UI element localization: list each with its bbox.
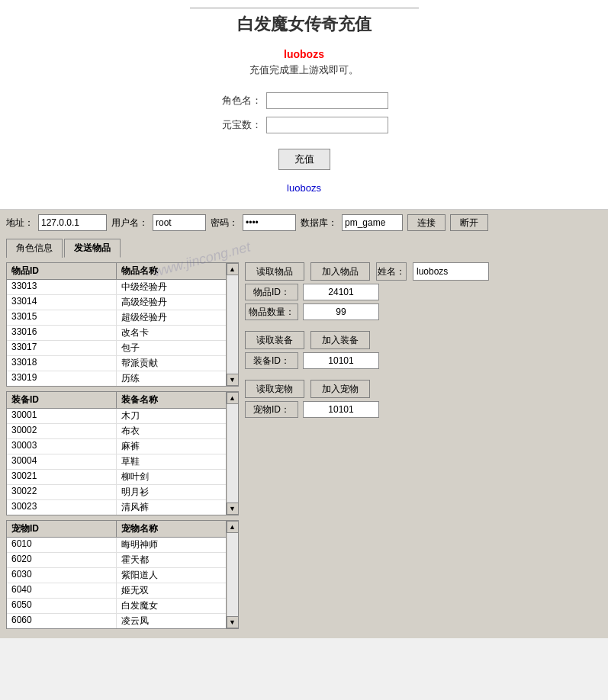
table-row[interactable]: 33015超级经验丹 [7,310,226,326]
read-equip-button[interactable]: 读取装备 [245,331,304,349]
equip-table: 装备ID 装备名称 30001木刀 30002布衣 30003麻裤 30004草… [6,391,239,515]
equip-id-row: 装备ID： [245,352,602,369]
scroll-up-btn[interactable]: ▲ [227,392,239,404]
char-row: 角色名： [0,92,608,109]
scroll-down-btn[interactable]: ▼ [227,616,239,628]
charge-button[interactable]: 充值 [278,149,330,170]
table-row[interactable]: 33016改名卡 [7,326,226,341]
tool-section: 地址： 用户名： 密码： 数据库： 连接 断开 角色信息 发送物品 [0,210,608,638]
disconnect-button[interactable]: 断开 [450,214,488,231]
item-id-row: 物品ID： [245,284,602,300]
scroll-track [227,404,238,503]
equip-action-row: 读取装备 加入装备 [245,331,602,349]
char-label: 角色名： [220,94,262,108]
add-pet-button[interactable]: 加入宠物 [310,380,370,398]
equip-col-id: 装备ID [7,392,117,408]
table-row[interactable]: 6040姬无双 [7,583,226,599]
pet-table-data: 6010晦明神师 6020霍天都 6030紫阳道人 6040姬无双 6050白发… [7,538,226,628]
user-label: 用户名： [111,217,148,230]
top-section: 白发魔女传奇充值 luobozs 充值完成重上游戏即可。 角色名： 元宝数： 充… [0,0,608,210]
add-item-button[interactable]: 加入物品 [310,262,370,281]
pwd-label: 密码： [211,217,238,230]
scroll-up-btn[interactable]: ▲ [227,521,239,533]
equip-id-input[interactable] [303,352,379,369]
yuan-row: 元宝数： [0,117,608,133]
items-col-name: 物品名称 [117,263,226,279]
equip-col-name: 装备名称 [117,392,226,408]
item-qty-row: 物品数量： [245,303,602,320]
table-row[interactable]: 33018帮派贡献 [7,356,226,371]
table-row[interactable]: 33019历练 [7,371,226,386]
table-row[interactable]: 30001木刀 [7,409,226,424]
user-input[interactable] [153,214,206,231]
table-row[interactable]: 30003麻裤 [7,439,226,454]
scroll-track [227,275,238,374]
items-controls: 读取物品 加入物品 姓名： 物品ID： 物品数量： [245,262,602,320]
read-item-button[interactable]: 读取物品 [245,262,304,281]
pet-table: 宠物ID 宠物名称 6010晦明神师 6020霍天都 6030紫阳道人 6040… [6,520,239,629]
table-row[interactable]: 33014高级经验丹 [7,295,226,310]
char-input[interactable] [266,92,388,109]
add-equip-button[interactable]: 加入装备 [310,331,370,349]
items-scrollbar[interactable]: ▲ ▼ [226,263,238,386]
connect-button[interactable]: 连接 [407,214,446,231]
scroll-down-btn[interactable]: ▼ [227,503,239,515]
addr-label: 地址： [6,217,34,230]
item-qty-label: 物品数量： [245,303,298,320]
table-row[interactable]: 6060凌云凤 [7,614,226,628]
read-pet-button[interactable]: 读取宠物 [245,380,304,398]
table-row[interactable]: 33013中级经验丹 [7,280,226,295]
pet-id-input[interactable] [303,401,379,418]
table-row[interactable]: 30022明月衫 [7,485,226,500]
equip-table-section: 装备ID 装备名称 30001木刀 30002布衣 30003麻裤 30004草… [6,391,239,515]
pet-scrollbar[interactable]: ▲ ▼ [226,521,238,628]
items-table-data: 33013中级经验丹 33014高级经验丹 33015超级经验丹 33016改名… [7,280,226,386]
name-label: 姓名： [376,262,407,281]
table-row[interactable]: 6020霍天都 [7,553,226,568]
main-panel: 物品ID 物品名称 33013中级经验丹 33014高级经验丹 33015超级经… [0,258,608,638]
pet-controls: 读取宠物 加入宠物 宠物ID： [245,380,602,418]
yuan-label: 元宝数： [220,118,262,132]
right-area: 读取物品 加入物品 姓名： 物品ID： 物品数量： 读取装备 [245,262,602,634]
pet-col-id: 宠物ID [7,521,117,537]
table-row[interactable]: 6050白发魔女 [7,599,226,614]
scroll-up-btn[interactable]: ▲ [227,263,239,275]
items-table: 物品ID 物品名称 33013中级经验丹 33014高级经验丹 33015超级经… [6,262,239,387]
items-action-row: 读取物品 加入物品 姓名： [245,262,602,281]
divider-line [190,8,419,8]
table-row[interactable]: 30002布衣 [7,424,226,439]
equip-id-label: 装备ID： [245,352,298,369]
yuan-input[interactable] [266,117,388,133]
pet-table-section: 宠物ID 宠物名称 6010晦明神师 6020霍天都 6030紫阳道人 6040… [6,520,239,629]
tab-char-info[interactable]: 角色信息 [6,239,63,258]
toolbar: 地址： 用户名： 密码： 数据库： 连接 断开 [0,210,608,236]
equip-table-data: 30001木刀 30002布衣 30003麻裤 30004草鞋 30021柳叶剑… [7,409,226,515]
equip-controls: 读取装备 加入装备 装备ID： [245,331,602,369]
item-id-label: 物品ID： [245,284,298,300]
table-row[interactable]: 6030紫阳道人 [7,568,226,583]
items-col-id: 物品ID [7,263,117,279]
item-qty-input[interactable] [303,303,379,320]
pwd-input[interactable] [243,214,296,231]
table-row[interactable]: 30021柳叶剑 [7,470,226,485]
pet-id-label: 宠物ID： [245,401,298,418]
table-row[interactable]: 30023清风裤 [7,500,226,515]
pet-col-name: 宠物名称 [117,521,226,537]
table-row[interactable]: 33017包子 [7,341,226,356]
bottom-link[interactable]: luobozs [0,182,608,194]
left-area: 物品ID 物品名称 33013中级经验丹 33014高级经验丹 33015超级经… [6,262,239,634]
pet-action-row: 读取宠物 加入宠物 [245,380,602,398]
db-input[interactable] [342,214,403,231]
table-row[interactable]: 6010晦明神师 [7,538,226,553]
username-link[interactable]: luobozs [0,48,608,60]
tab-send-item[interactable]: 发送物品 [64,239,121,258]
name-input[interactable] [413,262,489,281]
tabs-row: 角色信息 发送物品 [0,236,608,258]
items-table-section: 物品ID 物品名称 33013中级经验丹 33014高级经验丹 33015超级经… [6,262,239,387]
table-row[interactable]: 30004草鞋 [7,454,226,470]
addr-input[interactable] [38,214,107,231]
scroll-down-btn[interactable]: ▼ [227,374,239,386]
item-id-input[interactable] [303,284,379,300]
page-title: 白发魔女传奇充值 [0,13,608,36]
equip-scrollbar[interactable]: ▲ ▼ [226,392,238,515]
